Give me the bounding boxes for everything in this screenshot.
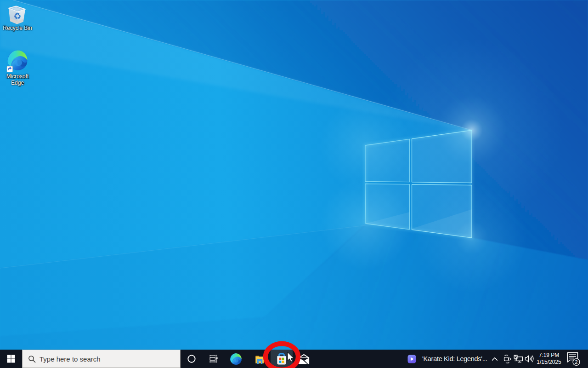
action-center-button[interactable]: 2 [563, 350, 588, 368]
mouse-cursor [284, 351, 295, 364]
media-playback-button[interactable]: 'Karate Kid: Legends'... [402, 350, 490, 368]
volume-icon [525, 355, 535, 363]
file-explorer-button[interactable] [249, 350, 271, 368]
microsoft-edge-taskbar-button[interactable] [225, 350, 247, 368]
microsoft-edge-label: Microsoft Edge [0, 74, 35, 86]
meet-now-button[interactable] [501, 350, 513, 368]
desktop-icon-microsoft-edge[interactable]: Microsoft Edge [0, 50, 35, 86]
chevron-up-icon [492, 357, 498, 361]
clock-date: 1/15/2025 [537, 359, 561, 366]
system-tray: 7:19 PM 1/15/2025 2 [489, 350, 588, 368]
microsoft-edge-taskbar-icon [230, 353, 242, 365]
file-explorer-icon [254, 353, 266, 365]
task-view-icon [209, 354, 218, 363]
recycle-bin-label: Recycle Bin [0, 25, 35, 32]
search-icon [28, 355, 36, 363]
action-center-icon: 2 [565, 351, 581, 366]
desktop-icon-recycle-bin[interactable]: ♻ Recycle Bin [0, 3, 35, 32]
volume-button[interactable] [524, 350, 535, 368]
svg-text:♻: ♻ [13, 11, 22, 21]
search-box[interactable]: Type here to search [22, 350, 181, 368]
mail-button[interactable] [293, 350, 315, 368]
windows-logo-icon [7, 355, 15, 363]
network-icon [514, 355, 523, 363]
microsoft-edge-icon [6, 50, 29, 73]
meet-now-icon [503, 355, 511, 363]
cortana-button[interactable] [181, 350, 203, 368]
mail-icon [298, 354, 310, 364]
task-view-button[interactable] [203, 350, 225, 368]
media-thumbnail-play-icon [407, 355, 416, 363]
clock-button[interactable]: 7:19 PM 1/15/2025 [535, 350, 563, 368]
search-placeholder: Type here to search [40, 355, 101, 363]
show-hidden-icons-button[interactable] [489, 350, 501, 368]
media-title: 'Karate Kid: Legends'... [422, 355, 487, 362]
action-center-badge: 2 [575, 359, 577, 365]
cortana-icon [187, 354, 196, 363]
recycle-bin-icon: ♻ [6, 3, 28, 24]
start-button[interactable] [0, 350, 22, 368]
wallpaper-windows-logo [0, 0, 588, 350]
screen: ♻ Recycle Bin [0, 0, 588, 368]
network-button[interactable] [513, 350, 524, 368]
shortcut-arrow-badge [7, 66, 13, 72]
clock-time: 7:19 PM [539, 352, 560, 359]
